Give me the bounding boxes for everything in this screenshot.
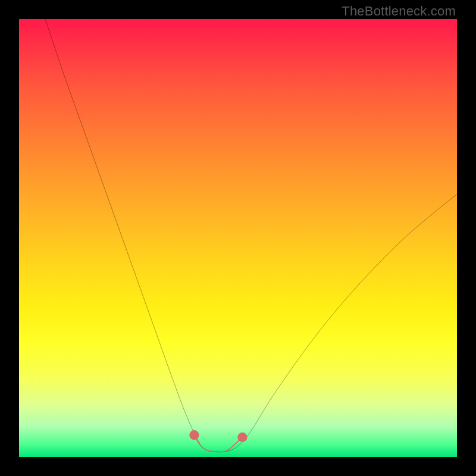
valley-endpoint-dot [189, 430, 199, 440]
chart-svg [19, 19, 457, 457]
plot-area [19, 19, 457, 457]
watermark-text: TheBottleneck.com [342, 4, 456, 19]
chart-frame: TheBottleneck.com [0, 0, 476, 476]
valley-endpoint-dot [237, 433, 247, 442]
bottleneck-curve [45, 19, 457, 452]
valley-highlight [194, 435, 242, 452]
